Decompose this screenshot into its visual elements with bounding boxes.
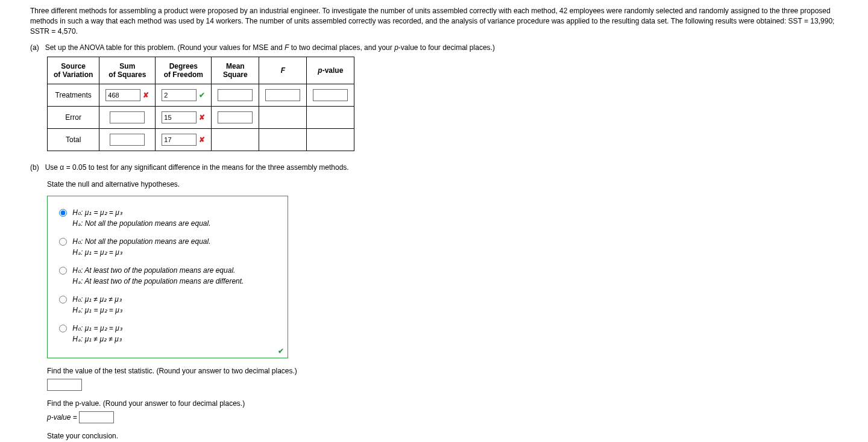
check-icon: ✔ (199, 91, 205, 99)
part-a-label: (a) (30, 43, 39, 52)
hyp-option-1[interactable]: H₀: μ₁ = μ₂ = μ₃ Hₐ: Not all the populat… (56, 207, 279, 229)
hyp-radio-3[interactable] (59, 267, 67, 275)
part-b-prompt1: Use α = 0.05 to test for any significant… (45, 163, 349, 172)
error-ms-input[interactable] (218, 111, 253, 123)
hypotheses-prompt: State the null and alternative hypothese… (47, 180, 838, 188)
pvalue-row: p-value = (47, 411, 838, 423)
treatments-df-input[interactable] (162, 89, 197, 101)
col-ss: Sumof Squares (99, 57, 156, 84)
hyp-text-2: H₀: Not all the population means are equ… (72, 236, 210, 258)
hyp-option-2[interactable]: H₀: Not all the population means are equ… (56, 236, 279, 258)
treatments-f-input[interactable] (265, 89, 300, 101)
anova-table: Sourceof Variation Sumof Squares Degrees… (47, 57, 354, 151)
check-icon: ✔ (278, 347, 284, 355)
treatments-ms-input[interactable] (218, 89, 253, 101)
table-row: Total ✘ (48, 129, 354, 151)
error-df-input[interactable] (162, 111, 197, 123)
part-a-prompt: Set up the ANOVA table for this problem.… (45, 43, 495, 52)
table-row: Error ✘ (48, 107, 354, 129)
part-b-label: (b) (30, 163, 39, 172)
part-b-row: (b) Use α = 0.05 to test for any signifi… (30, 163, 838, 172)
hyp-option-5[interactable]: H₀: μ₁ = μ₂ = μ₃ Hₐ: μ₁ ≠ μ₂ ≠ μ₃ (56, 323, 279, 344)
hyp-text-5: H₀: μ₁ = μ₂ = μ₃ Hₐ: μ₁ ≠ μ₂ ≠ μ₃ (72, 323, 122, 344)
error-label: Error (48, 107, 99, 129)
table-row: Treatments ✘ ✔ (48, 84, 354, 107)
treatments-label: Treatments (48, 84, 99, 107)
col-p: p-value (307, 57, 354, 84)
cross-icon: ✘ (143, 91, 149, 99)
col-source: Sourceof Variation (48, 57, 99, 84)
conclusion-prompt: State your conclusion. (47, 432, 838, 440)
hyp-radio-1[interactable] (59, 209, 67, 217)
treatments-ss-input[interactable] (105, 89, 140, 101)
hyp-text-1: H₀: μ₁ = μ₂ = μ₃ Hₐ: Not all the populat… (72, 207, 210, 229)
hyp-radio-2[interactable] (59, 238, 67, 246)
hyp-option-3[interactable]: H₀: At least two of the population means… (56, 265, 279, 287)
treatments-p-input[interactable] (313, 89, 348, 101)
error-ss-input[interactable] (110, 111, 145, 123)
hyp-radio-4[interactable] (59, 296, 67, 303)
pvalue-label: p-value = (47, 413, 79, 422)
cross-icon: ✘ (199, 135, 205, 144)
hypotheses-box: H₀: μ₁ = μ₂ = μ₃ Hₐ: Not all the populat… (47, 196, 288, 358)
test-statistic-input[interactable] (47, 379, 82, 391)
hyp-option-4[interactable]: H₀: μ₁ ≠ μ₂ ≠ μ₃ Hₐ: μ₁ = μ₂ = μ₃ (56, 294, 279, 316)
part-a-row: (a) Set up the ANOVA table for this prob… (30, 43, 838, 52)
total-ss-input[interactable] (110, 134, 145, 146)
total-df-input[interactable] (162, 134, 197, 146)
test-stat-prompt: Find the value of the test statistic. (R… (47, 367, 838, 375)
total-label: Total (48, 129, 99, 151)
cross-icon: ✘ (199, 113, 205, 122)
col-f: F (259, 57, 307, 84)
problem-intro: Three different methods for assembling a… (30, 6, 838, 36)
pvalue-input[interactable] (79, 411, 114, 423)
hyp-text-4: H₀: μ₁ ≠ μ₂ ≠ μ₃ Hₐ: μ₁ = μ₂ = μ₃ (72, 294, 122, 316)
hyp-radio-5[interactable] (59, 325, 67, 332)
pvalue-prompt: Find the p-value. (Round your answer to … (47, 399, 838, 408)
hyp-text-3: H₀: At least two of the population means… (72, 265, 244, 287)
col-ms: MeanSquare (212, 57, 259, 84)
col-df: Degreesof Freedom (156, 57, 212, 84)
